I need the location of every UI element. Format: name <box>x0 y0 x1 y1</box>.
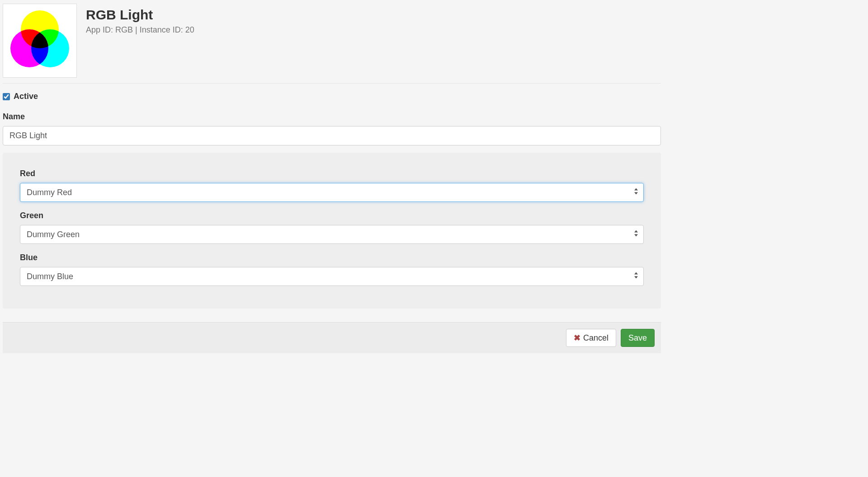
green-label: Green <box>20 211 644 220</box>
page-title: RGB Light <box>86 7 194 23</box>
app-icon <box>3 4 77 78</box>
app-instance-id: App ID: RGB | Instance ID: 20 <box>86 25 194 35</box>
cancel-button-label: Cancel <box>583 333 609 343</box>
footer: ✖ Cancel Save <box>3 322 661 353</box>
name-label: Name <box>3 112 661 122</box>
blue-label: Blue <box>20 253 644 262</box>
green-select[interactable]: Dummy Green <box>20 225 644 244</box>
blue-select[interactable]: Dummy Blue <box>20 267 644 286</box>
save-button-label: Save <box>628 333 647 343</box>
close-icon: ✖ <box>574 333 580 343</box>
red-label: Red <box>20 169 644 178</box>
active-label: Active <box>14 92 38 101</box>
active-checkbox[interactable] <box>3 93 10 100</box>
save-button[interactable]: Save <box>621 329 655 347</box>
red-select[interactable]: Dummy Red <box>20 183 644 202</box>
cancel-button[interactable]: ✖ Cancel <box>566 329 616 347</box>
header: RGB Light App ID: RGB | Instance ID: 20 <box>3 2 661 83</box>
config-panel: Red Dummy Red Green Dummy Green Blue Dum… <box>3 153 661 309</box>
name-input[interactable] <box>3 126 661 145</box>
